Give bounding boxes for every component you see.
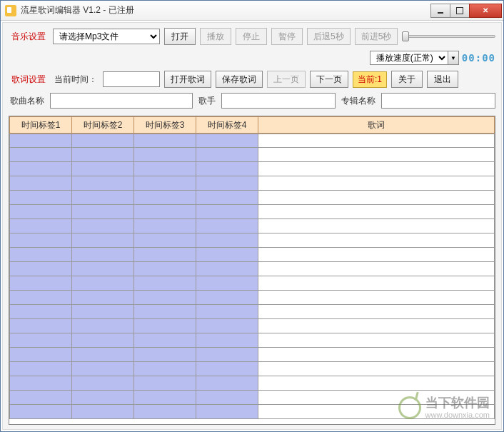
table-body[interactable] xyxy=(9,134,495,424)
cell-timestamp[interactable] xyxy=(133,333,196,348)
cell-timestamp[interactable] xyxy=(133,361,196,376)
cell-timestamp[interactable] xyxy=(9,176,72,191)
cell-timestamp[interactable] xyxy=(9,376,72,391)
table-row[interactable] xyxy=(9,176,495,191)
cell-timestamp[interactable] xyxy=(71,233,134,248)
open-file-button[interactable]: 打开 xyxy=(164,28,196,45)
cell-lyric[interactable] xyxy=(258,304,495,319)
table-row[interactable] xyxy=(9,162,495,176)
cell-timestamp[interactable] xyxy=(196,390,258,405)
slider-thumb[interactable] xyxy=(402,31,409,41)
cell-lyric[interactable] xyxy=(258,161,495,176)
cell-timestamp[interactable] xyxy=(71,347,134,362)
cell-timestamp[interactable] xyxy=(133,204,196,219)
cell-timestamp[interactable] xyxy=(71,176,134,191)
table-row[interactable] xyxy=(9,219,495,233)
cell-timestamp[interactable] xyxy=(196,190,258,205)
cell-lyric[interactable] xyxy=(258,290,495,305)
next-page-button[interactable]: 下一页 xyxy=(310,71,348,88)
cell-timestamp[interactable] xyxy=(196,361,258,376)
cell-timestamp[interactable] xyxy=(196,204,258,219)
close-button[interactable] xyxy=(469,4,502,18)
about-button[interactable]: 关于 xyxy=(391,71,423,88)
cell-timestamp[interactable] xyxy=(9,390,72,405)
cell-timestamp[interactable] xyxy=(71,361,134,376)
cell-timestamp[interactable] xyxy=(71,190,134,205)
cell-timestamp[interactable] xyxy=(196,318,258,333)
cell-timestamp[interactable] xyxy=(133,147,196,162)
current-time-input[interactable] xyxy=(103,71,160,87)
cell-timestamp[interactable] xyxy=(133,347,196,362)
maximize-button[interactable] xyxy=(450,4,470,18)
cell-timestamp[interactable] xyxy=(133,261,196,276)
table-row[interactable] xyxy=(9,276,495,291)
cell-timestamp[interactable] xyxy=(133,376,196,391)
cell-timestamp[interactable] xyxy=(71,333,134,348)
album-input[interactable] xyxy=(381,93,495,109)
cell-timestamp[interactable] xyxy=(133,404,196,419)
cell-lyric[interactable] xyxy=(258,390,495,405)
cell-timestamp[interactable] xyxy=(71,261,134,276)
header-timestamp3[interactable]: 时间标签3 xyxy=(133,116,196,134)
header-timestamp1[interactable]: 时间标签1 xyxy=(9,116,72,134)
song-name-input[interactable] xyxy=(50,93,193,109)
table-row[interactable] xyxy=(9,233,495,248)
table-row[interactable] xyxy=(9,248,495,262)
singer-input[interactable] xyxy=(221,93,336,109)
progress-slider[interactable] xyxy=(402,30,495,43)
cell-timestamp[interactable] xyxy=(133,233,196,248)
cell-lyric[interactable] xyxy=(258,361,495,376)
prev-page-button[interactable]: 上一页 xyxy=(267,71,306,88)
cell-timestamp[interactable] xyxy=(71,404,134,419)
cell-timestamp[interactable] xyxy=(71,134,134,148)
cell-timestamp[interactable] xyxy=(133,276,196,291)
table-row[interactable] xyxy=(9,305,495,319)
cell-lyric[interactable] xyxy=(258,404,495,419)
cell-timestamp[interactable] xyxy=(71,147,134,162)
cell-lyric[interactable] xyxy=(258,318,495,333)
minimize-button[interactable] xyxy=(430,4,450,18)
cell-timestamp[interactable] xyxy=(133,161,196,176)
cell-timestamp[interactable] xyxy=(9,261,72,276)
cell-timestamp[interactable] xyxy=(9,161,72,176)
forward5-button[interactable]: 前进5秒 xyxy=(355,28,398,45)
table-row[interactable] xyxy=(9,262,495,276)
cell-timestamp[interactable] xyxy=(196,176,258,191)
cell-lyric[interactable] xyxy=(258,376,495,391)
table-row[interactable] xyxy=(9,405,495,419)
table-row[interactable] xyxy=(9,191,495,205)
cell-timestamp[interactable] xyxy=(9,290,72,305)
table-row[interactable] xyxy=(9,134,495,148)
cell-timestamp[interactable] xyxy=(196,376,258,391)
cell-timestamp[interactable] xyxy=(133,290,196,305)
cell-timestamp[interactable] xyxy=(9,361,72,376)
cell-lyric[interactable] xyxy=(258,261,495,276)
open-lyric-button[interactable]: 打开歌词 xyxy=(164,71,211,88)
cell-timestamp[interactable] xyxy=(71,218,134,233)
cell-timestamp[interactable] xyxy=(196,233,258,248)
cell-timestamp[interactable] xyxy=(9,333,72,348)
cell-timestamp[interactable] xyxy=(9,204,72,219)
cell-timestamp[interactable] xyxy=(133,304,196,319)
cell-timestamp[interactable] xyxy=(71,247,134,262)
table-row[interactable] xyxy=(9,148,495,162)
cell-timestamp[interactable] xyxy=(9,190,72,205)
cell-lyric[interactable] xyxy=(258,347,495,362)
cell-timestamp[interactable] xyxy=(196,218,258,233)
cell-timestamp[interactable] xyxy=(71,304,134,319)
cell-timestamp[interactable] xyxy=(71,161,134,176)
cell-lyric[interactable] xyxy=(258,276,495,291)
cell-timestamp[interactable] xyxy=(71,204,134,219)
cell-timestamp[interactable] xyxy=(71,390,134,405)
stop-button[interactable]: 停止 xyxy=(236,28,267,45)
cell-timestamp[interactable] xyxy=(196,147,258,162)
cell-timestamp[interactable] xyxy=(71,318,134,333)
cell-timestamp[interactable] xyxy=(196,276,258,291)
cell-lyric[interactable] xyxy=(258,247,495,262)
table-row[interactable] xyxy=(9,348,495,362)
cell-timestamp[interactable] xyxy=(71,376,134,391)
header-timestamp2[interactable]: 时间标签2 xyxy=(71,116,134,134)
cell-timestamp[interactable] xyxy=(133,247,196,262)
cell-timestamp[interactable] xyxy=(133,318,196,333)
back5-button[interactable]: 后退5秒 xyxy=(307,28,351,45)
